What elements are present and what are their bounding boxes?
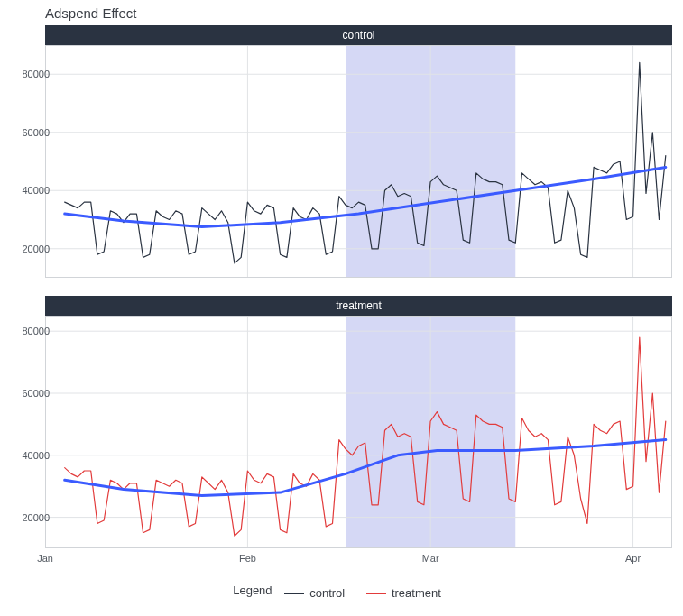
y-tick-label: 80000 [10,326,50,336]
legend-title: Legend [233,584,272,597]
y-tick-label: 40000 [10,185,50,196]
legend: Legend control treatment [0,584,683,601]
y-tick-label: 20000 [10,244,50,254]
x-tick-label: Jan [37,553,53,564]
facet-strip-treatment: treatment [45,296,672,316]
y-tick-label: 60000 [10,127,50,138]
y-tick-label: 20000 [10,512,50,523]
facet-strip-control: control [45,25,672,45]
facet-treatment: treatment [45,296,672,548]
plot-area-treatment [45,316,672,548]
facet-control: control [45,25,672,278]
plot-area-control [45,45,672,278]
legend-item-control: control [284,586,345,600]
x-tick-label: Feb [239,553,256,564]
y-tick-label: 60000 [10,388,50,399]
y-tick-label: 80000 [10,69,50,79]
legend-swatch-treatment [366,593,386,594]
x-tick-label: Apr [625,553,641,564]
figure-root: Adspend Effect control treatment 2000040… [0,0,683,616]
x-tick-label: Mar [422,553,439,564]
y-tick-label: 40000 [10,450,50,461]
legend-swatch-control [284,593,304,594]
legend-label-treatment: treatment [392,586,441,600]
legend-label-control: control [309,586,345,600]
chart-title: Adspend Effect [45,5,136,21]
legend-item-treatment: treatment [366,586,441,600]
